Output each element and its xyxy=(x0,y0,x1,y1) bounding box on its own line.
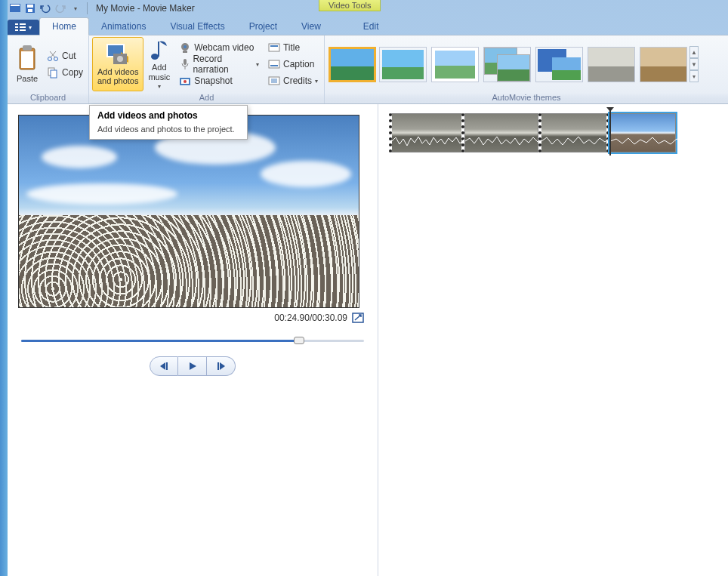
tooltip-title: Add videos and photos xyxy=(97,110,239,121)
redo-icon[interactable] xyxy=(54,2,66,14)
automovie-theme-6[interactable] xyxy=(588,47,635,82)
window-left-edge xyxy=(0,0,8,576)
title-label: Title xyxy=(283,42,300,53)
timeline-clip-selected[interactable] xyxy=(609,113,676,152)
group-add: Add videos and photos Add music ▾ Webcam… xyxy=(89,35,325,103)
copy-button[interactable]: Copy xyxy=(44,64,86,81)
svg-point-34 xyxy=(184,80,187,83)
snapshot-label: Snapshot xyxy=(194,75,233,86)
list-icon xyxy=(15,23,26,32)
dropdown-arrow-icon: ▾ xyxy=(315,78,318,85)
preview-seek-slider[interactable] xyxy=(21,334,364,347)
slider-thumb[interactable] xyxy=(294,337,304,344)
svg-rect-10 xyxy=(20,29,26,31)
svg-rect-13 xyxy=(23,45,32,51)
snapshot-button[interactable]: Snapshot xyxy=(176,72,262,89)
preview-pane: 00:24.90/00:30.09 xyxy=(8,104,378,576)
tab-view[interactable]: View xyxy=(289,18,333,35)
cut-button[interactable]: Cut xyxy=(44,48,86,64)
separator xyxy=(87,2,88,14)
svg-rect-29 xyxy=(183,51,187,53)
gallery-more-button[interactable]: ▾ xyxy=(689,70,699,82)
svg-rect-8 xyxy=(20,23,26,25)
credits-button[interactable]: Credits ▾ xyxy=(265,72,321,89)
tab-project[interactable]: Project xyxy=(237,18,289,35)
save-icon[interactable] xyxy=(24,2,36,14)
caption-icon xyxy=(268,58,280,70)
svg-rect-35 xyxy=(269,44,279,51)
svg-rect-1 xyxy=(11,5,20,6)
audio-waveform-icon xyxy=(465,135,541,147)
add-music-label: Add music xyxy=(148,63,170,81)
tab-animations[interactable]: Animations xyxy=(89,18,158,35)
undo-icon[interactable] xyxy=(39,2,51,14)
play-button[interactable] xyxy=(178,356,207,376)
automovie-theme-5[interactable] xyxy=(535,47,583,82)
automovie-theme-2[interactable] xyxy=(379,47,427,82)
dropdown-arrow-icon: ▾ xyxy=(256,61,259,68)
next-frame-button[interactable] xyxy=(207,356,236,376)
svg-rect-6 xyxy=(15,26,18,28)
file-tab[interactable]: ▾ xyxy=(8,20,39,35)
dropdown-arrow-icon: ▾ xyxy=(158,83,161,90)
preview-time: 00:24.90/00:30.09 xyxy=(274,313,347,323)
svg-marker-48 xyxy=(220,362,225,370)
clipboard-icon xyxy=(15,45,39,72)
svg-point-25 xyxy=(151,54,159,60)
add-videos-photos-label: Add videos and photos xyxy=(97,67,138,85)
timeline-clip[interactable] xyxy=(389,113,464,152)
workarea: 00:24.90/00:30.09 xyxy=(8,104,728,576)
timeline-playhead[interactable] xyxy=(607,110,613,156)
svg-rect-47 xyxy=(217,362,219,370)
automovie-theme-4[interactable] xyxy=(483,47,531,82)
add-music-button[interactable]: Add music ▾ xyxy=(143,37,174,91)
window-title: My Movie - Movie Maker xyxy=(96,3,195,14)
timeline-pane[interactable] xyxy=(378,104,728,576)
automovie-theme-7[interactable] xyxy=(640,47,687,82)
microphone-icon xyxy=(179,58,190,70)
svg-rect-12 xyxy=(21,51,33,68)
group-add-label: Add xyxy=(89,93,324,103)
svg-rect-3 xyxy=(27,5,33,8)
tab-edit[interactable]: Edit xyxy=(351,18,391,35)
paste-button[interactable]: Paste xyxy=(11,37,44,91)
svg-point-28 xyxy=(184,45,187,48)
copy-icon xyxy=(47,66,59,79)
timeline-clip[interactable] xyxy=(464,113,538,152)
gallery-down-button[interactable]: ▼ xyxy=(689,58,699,70)
qat-dropdown-icon[interactable]: ▾ xyxy=(69,2,82,14)
svg-rect-7 xyxy=(15,29,18,31)
previous-frame-button[interactable] xyxy=(150,356,178,376)
svg-rect-19 xyxy=(51,70,57,78)
svg-point-15 xyxy=(54,57,58,61)
webcam-icon xyxy=(179,42,191,54)
svg-rect-5 xyxy=(15,23,18,25)
audio-waveform-icon xyxy=(392,135,467,147)
caption-label: Caption xyxy=(283,59,314,69)
automovie-gallery-scroll: ▲ ▼ ▾ xyxy=(689,45,700,84)
video-photo-icon xyxy=(106,43,130,66)
contextual-tab-label: Video Tools xyxy=(319,0,381,11)
timeline-clip[interactable] xyxy=(538,113,609,152)
tooltip-add-videos-photos: Add videos and photos Add videos and pho… xyxy=(89,105,248,140)
tab-visual-effects[interactable]: Visual Effects xyxy=(158,18,236,35)
automovie-theme-1[interactable] xyxy=(329,47,376,82)
record-narration-button[interactable]: Record narration ▾ xyxy=(176,56,262,72)
add-videos-photos-button[interactable]: Add videos and photos xyxy=(92,37,143,91)
gallery-up-button[interactable]: ▲ xyxy=(689,46,699,58)
preview-player[interactable] xyxy=(18,115,359,308)
cut-label: Cut xyxy=(62,51,76,61)
svg-rect-45 xyxy=(166,362,168,370)
tab-home[interactable]: Home xyxy=(39,17,89,35)
title-button[interactable]: Title xyxy=(265,39,321,56)
svg-rect-26 xyxy=(158,42,159,57)
automovie-theme-3[interactable] xyxy=(431,47,479,82)
group-clipboard: Paste Cut Copy Clipboard xyxy=(8,35,89,103)
slider-fill xyxy=(21,340,299,342)
svg-line-17 xyxy=(50,51,55,57)
group-clipboard-label: Clipboard xyxy=(8,93,88,103)
svg-point-24 xyxy=(117,56,123,62)
quick-access-customize-icon[interactable] xyxy=(9,2,21,14)
caption-button[interactable]: Caption xyxy=(265,56,321,72)
fullscreen-icon[interactable] xyxy=(352,313,364,323)
